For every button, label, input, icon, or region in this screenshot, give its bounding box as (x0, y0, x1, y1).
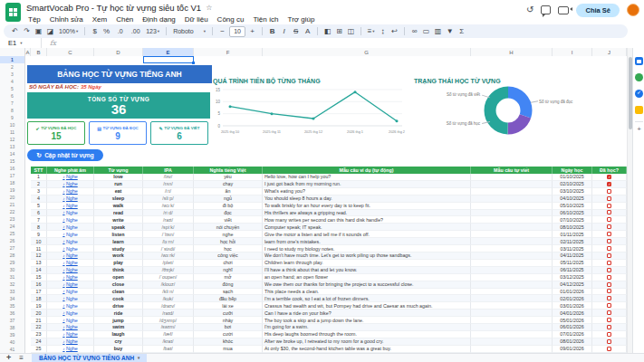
cell-example[interactable]: I'm going for a swim. (263, 324, 471, 331)
listen-link[interactable]: ♪Nghe (47, 274, 94, 281)
learned-checkbox[interactable] (607, 246, 611, 251)
progress-line-chart[interactable]: 0510152025 thg 102025 thg 112025 thg 122… (210, 86, 409, 140)
row-header-35[interactable]: 35 (0, 302, 24, 310)
cell-example[interactable]: I just got back from my morning run. (263, 181, 471, 188)
row-header-39[interactable]: 39 (0, 331, 24, 338)
cell-word[interactable]: open (94, 274, 143, 281)
cell-stt[interactable]: 10 (31, 238, 47, 245)
cell-self-sentence[interactable] (471, 338, 553, 346)
cell-meaning[interactable]: nhảy (194, 317, 263, 324)
cell-meaning[interactable]: học hỏi (194, 238, 263, 245)
cell-word[interactable]: write (94, 216, 143, 224)
cell-example[interactable]: His thrillers are always a gripping read… (263, 210, 471, 217)
column-header-d[interactable]: D (94, 48, 143, 56)
horizontal-align-icon[interactable]: ≡▾ (366, 26, 376, 37)
cell-self-sentence[interactable] (471, 231, 553, 238)
cell-date[interactable]: 05/11/2025 (553, 260, 592, 267)
cell-word[interactable]: learn (94, 238, 143, 245)
cell-self-sentence[interactable] (471, 324, 553, 331)
column-header-e[interactable]: E (143, 48, 194, 56)
cell-date[interactable]: 01/10/2025 (553, 174, 592, 181)
cell-meaning[interactable]: nói chuyện (194, 224, 263, 231)
cell-self-sentence[interactable] (471, 310, 553, 317)
cell-learned[interactable] (592, 195, 627, 203)
cell-example[interactable]: After we broke up, I retreated to my roo… (263, 338, 471, 346)
version-history-icon[interactable]: ↺ (526, 5, 533, 14)
cell-date[interactable]: 01/11/2025 (553, 231, 592, 238)
zoom-select[interactable]: 100%▾ (57, 26, 80, 37)
cell-example[interactable]: I'm a terrible cook, so I eat a lot of f… (263, 295, 471, 302)
learned-checkbox[interactable] (607, 204, 611, 208)
cell-learned[interactable] (592, 210, 627, 217)
listen-link[interactable]: ♪Nghe (47, 210, 94, 217)
cell-learned[interactable] (592, 252, 627, 260)
redo-icon[interactable]: ↷ (22, 26, 32, 37)
listen-link[interactable]: ♪Nghe (47, 289, 94, 296)
listen-link[interactable]: ♪Nghe (47, 295, 94, 302)
paint-format-icon[interactable]: ◪ (45, 26, 55, 37)
cell-example[interactable]: learn from one's mistakes. (263, 238, 471, 245)
cell-self-sentence[interactable] (471, 267, 553, 274)
cell-meaning[interactable]: đầu bếp (194, 295, 263, 302)
listen-link[interactable]: ♪Nghe (47, 302, 94, 310)
update-vocab-button[interactable]: ↻ Cập nhật từ vựng (27, 149, 103, 161)
cell-word[interactable]: swim (94, 324, 143, 331)
row-header-25[interactable]: 25 (0, 230, 24, 237)
increase-decimal-icon[interactable]: .00 (129, 26, 142, 37)
comment-icon[interactable] (541, 5, 551, 14)
cell-example[interactable]: The boy took a skip and a jump down the … (263, 317, 471, 324)
row-header-19[interactable]: 19 (0, 186, 24, 194)
cell-ipa[interactable]: /baɪ/ (143, 346, 194, 353)
cell-date[interactable]: 06/01/2026 (553, 324, 592, 331)
share-button[interactable]: Chia Sẻ (576, 4, 620, 17)
select-all-corner[interactable] (0, 48, 25, 56)
decrease-decimal-icon[interactable]: .0 (113, 26, 127, 37)
learned-checkbox[interactable] (607, 296, 611, 300)
cell-ipa[interactable]: /raɪt/ (143, 216, 194, 224)
cell-word[interactable]: walk (94, 203, 143, 210)
cell-learned[interactable] (592, 181, 627, 188)
cell-date[interactable]: 08/10/2025 (553, 224, 592, 231)
listen-link[interactable]: ♪Nghe (47, 181, 94, 188)
cell-example[interactable]: Crassus had wealth and wit, but Pompey h… (263, 302, 471, 310)
listen-link[interactable]: ♪Nghe (47, 238, 94, 245)
row-header-29[interactable]: 29 (0, 259, 24, 266)
cell-word[interactable]: speak (94, 224, 143, 231)
cell-learned[interactable] (592, 331, 627, 338)
cell-meaning[interactable]: cưỡi (194, 310, 263, 317)
cell-date[interactable]: 04/10/2025 (553, 195, 592, 203)
listen-link[interactable]: ♪Nghe (47, 216, 94, 224)
filter-icon[interactable]: ▼ (445, 26, 455, 37)
cell-self-sentence[interactable] (471, 238, 553, 245)
cell-self-sentence[interactable] (471, 252, 553, 260)
row-header-22[interactable]: 22 (0, 208, 24, 215)
currency-format-icon[interactable]: $ (90, 26, 100, 37)
number-format-select[interactable]: 123▾ (144, 26, 161, 37)
fill-color-icon[interactable]: ◧ (322, 26, 332, 37)
cell-example[interactable]: I need to study my biology notes. (263, 245, 471, 252)
cell-word[interactable]: drive (94, 302, 143, 310)
insert-link-icon[interactable]: ∞ (409, 26, 419, 37)
cell-example[interactable]: an open hand; an open flower (263, 274, 471, 281)
row-header-21[interactable]: 21 (0, 201, 24, 208)
cell-date[interactable]: 02/01/2026 (553, 295, 592, 302)
cell-word[interactable]: laugh (94, 331, 143, 338)
add-sheet-icon[interactable]: + (6, 354, 11, 362)
cell-word[interactable]: study (94, 245, 143, 252)
cell-stt[interactable]: 7 (31, 216, 47, 224)
cell-ipa[interactable]: /pleɪ/ (143, 260, 194, 267)
cell-stt[interactable]: 14 (31, 267, 47, 274)
cell-word[interactable]: sleep (94, 195, 143, 203)
cell-date[interactable]: 01/01/2026 (553, 289, 592, 296)
increase-font-size-icon[interactable]: + (247, 26, 257, 37)
tasks-icon[interactable] (635, 90, 643, 98)
cell-stt[interactable]: 8 (31, 224, 47, 231)
cell-example[interactable]: To walk briskly for an hour every day is… (263, 203, 471, 210)
cell-self-sentence[interactable] (471, 317, 553, 324)
cell-ipa[interactable]: /kloʊz/ (143, 281, 194, 289)
listen-link[interactable]: ♪Nghe (47, 195, 94, 203)
cell-learned[interactable] (592, 174, 627, 181)
functions-icon[interactable]: Σ (457, 26, 466, 37)
listen-link[interactable]: ♪Nghe (47, 224, 94, 231)
star-icon[interactable]: ☆ (206, 4, 212, 12)
